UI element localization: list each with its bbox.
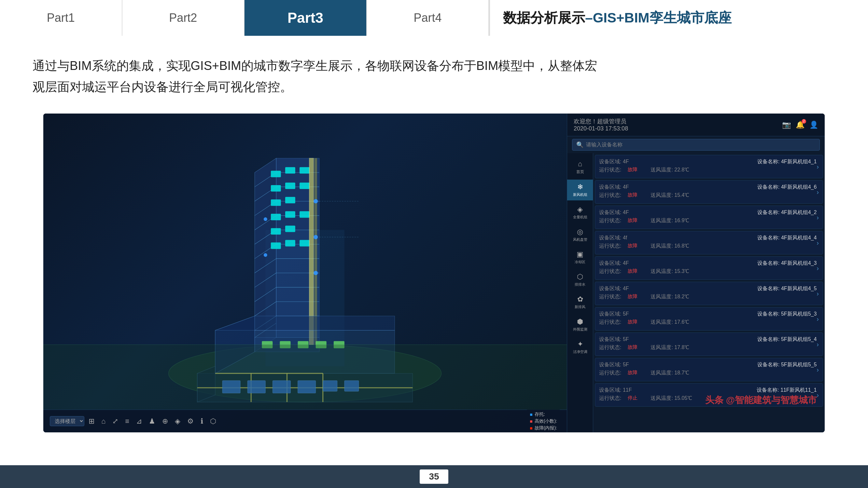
person-icon[interactable]: ♟: [146, 416, 158, 427]
svg-rect-41: [271, 242, 281, 249]
legend-label-3: 故障(内报):: [535, 425, 557, 431]
legend-label-1: 存托:: [535, 412, 545, 417]
device-info: 设备区域: 4F 设备名称: 4F新风机组4_5 运行状态: 故障 送风温度: …: [599, 285, 816, 301]
page-number-bar: 35: [0, 465, 868, 488]
search-bar[interactable]: 🔍 请输入设备名称: [572, 139, 820, 151]
full-icon: ◈: [577, 205, 583, 214]
svg-rect-38: [300, 212, 310, 218]
right-panel: 欢迎您！超级管理员 2020-01-03 17:53:08 📷 🔔 2 👤 🔍 …: [567, 113, 825, 432]
device-info: 设备区域: 5F 设备名称: 5F新风机组5_5 运行状态: 故障 送风温度: …: [599, 361, 816, 378]
search-icon: 🔍: [576, 141, 584, 148]
panel-body: ⌂ 首页 ❄ 新风机组 ◈ 全量机组 ◎ 风机盘管: [567, 153, 825, 432]
svg-point-68: [313, 235, 318, 239]
nav-part1[interactable]: Part1: [0, 0, 122, 36]
svg-rect-34: [271, 199, 281, 206]
sidenav-home-label: 首页: [576, 169, 584, 175]
svg-point-71: [264, 254, 267, 257]
device-item[interactable]: 设备区域: 4F 设备名称: 4F新风机组4_5 运行状态: 故障 送风温度: …: [595, 282, 823, 305]
device-item[interactable]: 设备区域: 4F 设备名称: 4F新风机组4_2 运行状态: 故障 送风温度: …: [595, 206, 823, 229]
device-arrow-icon: ›: [816, 290, 819, 297]
list-icon[interactable]: ≡: [122, 416, 132, 427]
device-item[interactable]: 设备区域: 4F 设备名称: 4F新风机组4_3 运行状态: 故障 送风温度: …: [595, 256, 823, 280]
user-icon[interactable]: 👤: [809, 121, 818, 129]
sidenav-fengji[interactable]: ◎ 风机盘管: [567, 225, 593, 245]
home-icon: ⌂: [578, 160, 582, 168]
sidenav-quanliang[interactable]: ◈ 全量机组: [567, 202, 593, 223]
target-icon[interactable]: ⊕: [159, 416, 170, 427]
legend-dot-1: ■: [530, 412, 532, 417]
svg-rect-30: [300, 167, 310, 174]
device-item[interactable]: 设备区域: 5F 设备名称: 5F新风机组5_5 运行状态: 故障 送风温度: …: [595, 358, 823, 381]
device-info: 设备区域: 4F 设备名称: 4F新风机组4_3 运行状态: 故障 送风温度: …: [599, 260, 816, 276]
sidenav-xinfengji[interactable]: ❄ 新风机组: [567, 180, 593, 200]
svg-rect-42: [285, 240, 295, 247]
layer-icon[interactable]: ◈: [172, 416, 183, 427]
exterior-icon: ⬢: [577, 318, 583, 326]
legend-dot-3: ■: [530, 426, 532, 431]
cleanroom-icon: ✦: [577, 340, 583, 349]
bim-screenshot: 欢迎您！超级管理员 2020-01-03 17:53:08 📷 🔔 2 👤 🔍 …: [43, 113, 825, 432]
device-arrow-icon: ›: [816, 340, 819, 348]
datetime-display: 2020-01-03 17:53:08: [574, 125, 628, 132]
sidenav-waiwei[interactable]: ⬢ 外围监测: [567, 314, 593, 335]
svg-rect-31: [271, 185, 281, 192]
sidenav-kongtiao[interactable]: ✦ 洁净空调: [567, 337, 593, 358]
drain-icon: ⬡: [577, 273, 583, 281]
ventilation-icon: ✿: [577, 295, 583, 303]
svg-rect-33: [300, 183, 310, 189]
bottom-toolbar: 选择楼层 ⊞ ⌂ ⤢ ≡ ⊿ ♟ ⊕ ◈ ⚙ ℹ ⬡ ■ 存托: ■ 高效(小数…: [43, 410, 567, 432]
device-item[interactable]: 设备区域: 4F 设备名称: 4F新风机组4_1 运行状态: 故障 送风温度: …: [595, 155, 823, 178]
building-icon[interactable]: ⌂: [99, 416, 108, 427]
search-placeholder: 请输入设备名称: [586, 141, 622, 148]
page-title: 数据分析展示 – GIS+BIM孪生城市底座: [489, 0, 868, 36]
sidenav-home[interactable]: ⌂ 首页: [567, 157, 593, 178]
device-item[interactable]: 设备区域: 4f 设备名称: 4F新风机组4_4 运行状态: 故障 送风温度: …: [595, 231, 823, 254]
nav-part4[interactable]: Part4: [367, 0, 489, 36]
device-list: 设备区域: 4F 设备名称: 4F新风机组4_1 运行状态: 故障 送风温度: …: [593, 153, 825, 432]
device-arrow-icon: ›: [816, 163, 819, 170]
description-text: 通过与BIM系统的集成，实现GIS+BIM的城市数字孪生展示，各物联网设备分布于…: [33, 55, 835, 97]
device-info: 设备区域: 4F 设备名称: 4F新风机组4_2 运行状态: 故障 送风温度: …: [599, 209, 816, 225]
legend-label-2: 高效(小数):: [535, 418, 557, 424]
sidenav-xinfeng-label: 新排风: [575, 304, 585, 310]
svg-rect-40: [285, 226, 295, 232]
sidenav-kongtiao-label: 洁净空调: [573, 349, 587, 354]
device-item[interactable]: 设备区域: 5F 设备名称: 5F新风机组5_4 运行状态: 故障 送风温度: …: [595, 332, 823, 356]
device-item[interactable]: 设备区域: 5F 设备名称: 5F新风机组5_3 运行状态: 故障 送风温度: …: [595, 307, 823, 330]
hex-icon[interactable]: ⬡: [207, 416, 219, 427]
svg-rect-37: [285, 212, 295, 218]
top-icons: 📷 🔔 2 👤: [782, 121, 818, 129]
info-icon[interactable]: ℹ: [198, 416, 206, 427]
device-info: 设备区域: 4F 设备名称: 4F新风机组4_1 运行状态: 故障 送风温度: …: [599, 158, 816, 175]
sidenav-xinfeng[interactable]: ✿ 新排风: [567, 292, 593, 313]
device-arrow-icon: ›: [816, 239, 819, 247]
grid-icon[interactable]: ⊞: [86, 416, 97, 427]
nav-part3[interactable]: Part3: [245, 0, 367, 36]
svg-point-67: [313, 199, 318, 203]
sidenav-quanliang-label: 全量机组: [573, 215, 587, 220]
svg-rect-28: [271, 171, 281, 177]
device-item[interactable]: 设备区域: 4F 设备名称: 4F新风机组4_6 运行状态: 故障 送风温度: …: [595, 180, 823, 204]
device-info: 设备区域: 5F 设备名称: 5F新风机组5_3 运行状态: 故障 送风温度: …: [599, 311, 816, 327]
legend-dot-2: ■: [530, 419, 532, 424]
sidenav-lengque[interactable]: ▣ 冷却区: [567, 247, 593, 268]
side-navigation: ⌂ 首页 ❄ 新风机组 ◈ 全量机组 ◎ 风机盘管: [567, 153, 593, 432]
welcome-text: 欢迎您！超级管理员: [574, 118, 628, 125]
camera-icon[interactable]: 📷: [782, 121, 791, 129]
expand-icon[interactable]: ⤢: [110, 416, 121, 427]
sidenav-fengji-label: 风机盘管: [573, 237, 587, 242]
bell-icon[interactable]: 🔔 2: [796, 121, 805, 129]
device-arrow-icon: ›: [816, 214, 819, 221]
svg-point-70: [264, 217, 267, 221]
sidenav-paishui[interactable]: ⬡ 排排水: [567, 269, 593, 290]
sidenav-paishui-label: 排排水: [575, 282, 585, 287]
floor-select[interactable]: 选择楼层: [50, 416, 84, 426]
corner-icon[interactable]: ⊿: [133, 416, 145, 427]
nav-part2[interactable]: Part2: [122, 0, 245, 36]
sidenav-waiwei-label: 外围监测: [573, 327, 587, 332]
fan-icon: ◎: [577, 228, 583, 236]
gear-icon[interactable]: ⚙: [185, 416, 196, 427]
sidenav-lengque-label: 冷却区: [575, 260, 585, 264]
device-arrow-icon: ›: [816, 264, 819, 272]
svg-rect-29: [285, 167, 295, 174]
